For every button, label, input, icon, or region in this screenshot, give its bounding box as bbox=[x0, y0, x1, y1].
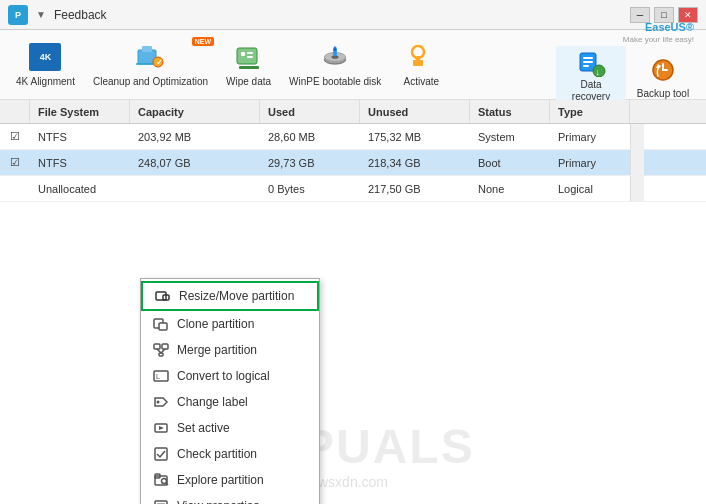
table-row[interactable]: ☑ NTFS 203,92 MB 28,60 MB 175,32 MB Syst… bbox=[0, 124, 706, 150]
svg-rect-1 bbox=[142, 46, 152, 52]
toolbar-cleanup[interactable]: NEW ✓ Cleanup and Optimization bbox=[85, 35, 216, 95]
row2-type: Primary bbox=[550, 150, 630, 175]
svg-rect-32 bbox=[159, 353, 163, 356]
toolbar-activate[interactable]: Activate bbox=[391, 35, 451, 95]
app-logo: P bbox=[8, 5, 28, 25]
svg-text:↓: ↓ bbox=[596, 67, 601, 77]
menu-check-partition-label: Check partition bbox=[177, 447, 257, 461]
row3-capacity bbox=[130, 176, 260, 201]
activate-label: Activate bbox=[404, 76, 440, 88]
table-row[interactable]: ☑ NTFS 248,07 GB 29,73 GB 218,34 GB Boot… bbox=[0, 150, 706, 176]
menu-explore-label: Explore partition bbox=[177, 473, 264, 487]
winpe-label: WinPE bootable disk bbox=[289, 76, 381, 88]
menu-change-label[interactable]: Change label bbox=[141, 389, 319, 415]
properties-icon bbox=[153, 498, 169, 504]
wipe-label: Wipe data bbox=[226, 76, 271, 88]
toolbar-wipe-data[interactable]: Wipe data bbox=[218, 35, 279, 95]
row2-fs: NTFS bbox=[30, 150, 130, 175]
svg-rect-26 bbox=[156, 292, 166, 300]
activate-icon bbox=[405, 41, 437, 73]
toolbar-backup-tool[interactable]: Backup tool bbox=[628, 46, 698, 108]
col-check bbox=[0, 100, 30, 123]
svg-rect-38 bbox=[155, 448, 167, 460]
menu-explore[interactable]: Explore partition bbox=[141, 467, 319, 493]
svg-point-35 bbox=[157, 401, 160, 404]
menu-set-active[interactable]: Set active bbox=[141, 415, 319, 441]
context-menu: Resize/Move partition Clone partition bbox=[140, 278, 320, 504]
row2-used: 29,73 GB bbox=[260, 150, 360, 175]
svg-rect-9 bbox=[239, 66, 259, 69]
winpe-icon bbox=[319, 41, 351, 73]
row3-status: None bbox=[470, 176, 550, 201]
menu-clone[interactable]: Clone partition bbox=[141, 311, 319, 337]
table-header: File System Capacity Used Unused Status … bbox=[0, 100, 706, 124]
svg-rect-20 bbox=[583, 61, 593, 63]
menu-clone-label: Clone partition bbox=[177, 317, 254, 331]
menu-view-props[interactable]: View properties bbox=[141, 493, 319, 504]
backup-icon bbox=[647, 54, 679, 86]
menu-merge[interactable]: Merge partition bbox=[141, 337, 319, 363]
row1-unused: 175,32 MB bbox=[360, 124, 470, 149]
resize-icon bbox=[155, 288, 171, 304]
toolbar-data-recovery[interactable]: ↓ Data recovery bbox=[556, 46, 626, 108]
row1-type: Primary bbox=[550, 124, 630, 149]
row3-check bbox=[0, 176, 30, 201]
data-recovery-icon: ↓ bbox=[575, 49, 607, 77]
table-row[interactable]: Unallocated 0 Bytes 217,50 GB None Logic… bbox=[0, 176, 706, 202]
cleanup-icon: ✓ bbox=[134, 41, 166, 73]
4k-label: 4K Alignment bbox=[16, 76, 75, 88]
row1-fs: NTFS bbox=[30, 124, 130, 149]
col-status: Status bbox=[470, 100, 550, 123]
col-used: Used bbox=[260, 100, 360, 123]
svg-rect-21 bbox=[583, 65, 589, 67]
wipe-icon bbox=[233, 41, 265, 73]
menu-change-label-text: Change label bbox=[177, 395, 248, 409]
menu-set-active-label: Set active bbox=[177, 421, 230, 435]
new-badge: NEW bbox=[192, 37, 214, 46]
feedback-link[interactable]: Feedback bbox=[54, 8, 107, 22]
svg-rect-31 bbox=[162, 344, 168, 349]
svg-rect-29 bbox=[159, 323, 167, 330]
menu-merge-label: Merge partition bbox=[177, 343, 257, 357]
row3-type: Logical bbox=[550, 176, 630, 201]
row2-status: Boot bbox=[470, 150, 550, 175]
row1-check: ☑ bbox=[0, 124, 30, 149]
menu-check-partition[interactable]: Check partition bbox=[141, 441, 319, 467]
label-icon bbox=[153, 394, 169, 410]
col-unused: Unused bbox=[360, 100, 470, 123]
svg-text:✓: ✓ bbox=[156, 58, 163, 67]
col-type: Type bbox=[550, 100, 630, 123]
svg-rect-7 bbox=[247, 52, 253, 54]
toolbar-winpe[interactable]: WinPE bootable disk bbox=[281, 35, 389, 95]
col-filesystem: File System bbox=[30, 100, 130, 123]
svg-rect-19 bbox=[583, 57, 593, 59]
row1-capacity: 203,92 MB bbox=[130, 124, 260, 149]
row2-capacity: 248,07 GB bbox=[130, 150, 260, 175]
menu-resize-move[interactable]: Resize/Move partition bbox=[141, 281, 319, 311]
clone-icon bbox=[153, 316, 169, 332]
easeus-tagline: Make your life easy! bbox=[623, 35, 694, 44]
row2-check: ☑ bbox=[0, 150, 30, 175]
menu-convert[interactable]: L Convert to logical bbox=[141, 363, 319, 389]
svg-rect-5 bbox=[237, 48, 257, 64]
merge-icon bbox=[153, 342, 169, 358]
row3-scroll bbox=[630, 176, 644, 201]
easeus-brand: EaseUS® bbox=[623, 21, 694, 33]
4k-icon: 4K bbox=[29, 41, 61, 73]
dropdown-arrow[interactable]: ▼ bbox=[36, 9, 46, 20]
row1-scroll bbox=[630, 124, 644, 149]
partition-table: File System Capacity Used Unused Status … bbox=[0, 100, 706, 504]
backup-tool-label: Backup tool bbox=[637, 88, 689, 100]
main-content: File System Capacity Used Unused Status … bbox=[0, 100, 706, 504]
svg-rect-6 bbox=[241, 52, 245, 56]
svg-rect-30 bbox=[154, 344, 160, 349]
svg-point-41 bbox=[162, 479, 167, 484]
row2-scroll bbox=[630, 150, 644, 175]
toolbar-4k-alignment[interactable]: 4K 4K Alignment bbox=[8, 35, 83, 95]
explore-icon bbox=[153, 472, 169, 488]
scrollbar-header bbox=[630, 100, 644, 123]
row3-used: 0 Bytes bbox=[260, 176, 360, 201]
svg-rect-8 bbox=[247, 56, 253, 58]
menu-convert-label: Convert to logical bbox=[177, 369, 270, 383]
row2-unused: 218,34 GB bbox=[360, 150, 470, 175]
